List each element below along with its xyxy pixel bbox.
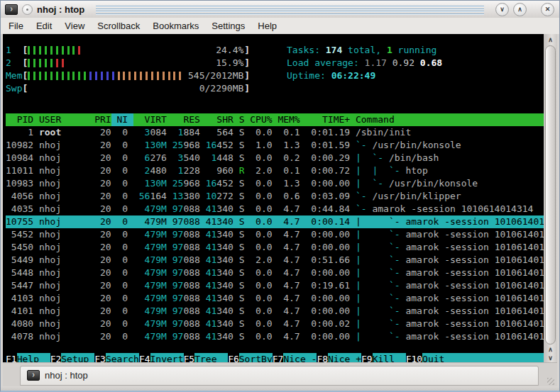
menu-scrollback[interactable]: Scrollback (91, 18, 146, 33)
fkey-action-nice-[interactable]: Nice - (283, 353, 317, 362)
tree-branch: `- (356, 203, 372, 214)
col-header-command[interactable]: Command (350, 113, 544, 126)
scroll-up-arrow-icon[interactable]: ∧ (544, 34, 557, 45)
state-cell: S (234, 203, 245, 215)
fkey-action-search[interactable]: Search (106, 353, 139, 362)
shr-cell: 564 (200, 126, 234, 139)
pid-cell: 10982 (6, 139, 33, 152)
pid-cell: 5449 (6, 254, 33, 267)
tree-branch: | `- (356, 318, 405, 329)
process-row[interactable]: 5450nhoj200479M9708841340S0.04.70:00.00|… (6, 241, 544, 254)
fkey-f7: F7 (273, 353, 284, 362)
process-row[interactable]: 4080nhoj200479M9708841340S0.04.70:00.02|… (6, 318, 544, 330)
pid-cell: 4103 (6, 292, 33, 305)
process-row[interactable]: 4103nhoj200479M9708841340S0.04.70:00.00|… (6, 292, 544, 305)
process-row[interactable]: 4101nhoj200479M9708841340S0.04.70:00.00|… (6, 305, 544, 318)
close-button[interactable]: ✕ (541, 3, 554, 16)
time-cell: 0:00.00 (300, 292, 350, 305)
mem-cell: 1.3 (273, 139, 300, 152)
state-cell: S (234, 228, 245, 241)
col-header-mem[interactable]: MEM% (273, 113, 300, 126)
col-header-ni-sort[interactable]: NI (111, 113, 133, 126)
ni-cell: 0 (111, 330, 133, 343)
shr-cell: 41340 (200, 279, 234, 292)
virt-cell: 479M (133, 305, 167, 318)
minimize-button[interactable]: ∨ (495, 3, 509, 16)
user-cell: nhoj (33, 203, 89, 215)
process-row[interactable]: 4078nhoj200479M9708841340S0.04.70:00.00|… (6, 330, 544, 343)
tree-branch: | `- (356, 152, 389, 163)
cpu-cell: 0.0 (244, 190, 272, 203)
command-text: /sbin/init (356, 127, 411, 138)
tree-branch: | `- (356, 242, 405, 252)
process-row[interactable]: 11011nhoj20024801228960R2.00.10:00.72| |… (6, 164, 544, 177)
col-header-time[interactable]: TIME+ (300, 113, 350, 126)
state-cell: S (234, 152, 245, 164)
cpu-cell: 2.0 (244, 254, 272, 267)
process-row[interactable]: 5452nhoj200479M9708841340S0.04.70:00.00|… (6, 228, 544, 241)
pid-cell: 5447 (6, 279, 33, 292)
col-header-shr[interactable]: SHR (200, 113, 234, 126)
fkey-action-nice-[interactable]: Nice + (328, 353, 361, 362)
col-header-state[interactable]: S (234, 113, 245, 126)
command-text: amarok -session 1010614014314 (405, 306, 544, 316)
col-header-user[interactable]: USER (33, 113, 89, 126)
fkey-action-invert[interactable]: Invert (150, 353, 184, 362)
process-row[interactable]: 10984nhoj200627635401448S0.00.20:00.29| … (6, 152, 544, 164)
scrollbar-thumb[interactable] (545, 45, 556, 345)
titlebar[interactable]: ❯ nhoj : htop ∨ ∧ ✕ (1, 1, 559, 18)
command-text: htop (405, 165, 427, 176)
process-row[interactable]: 1root20030841884564S0.00.10:01.19/sbin/i… (6, 126, 544, 139)
process-row[interactable]: 5448nhoj200479M9708841340S0.04.70:00.00|… (6, 267, 544, 279)
mem-cell: 1.3 (273, 177, 300, 190)
virt-cell: 479M (133, 254, 167, 267)
process-row[interactable]: 5449nhoj200479M9708841340S2.04.70:51.66|… (6, 254, 544, 267)
menu-settings[interactable]: Settings (205, 18, 251, 33)
col-header-res[interactable]: RES (167, 113, 200, 126)
menu-view[interactable]: View (58, 18, 91, 33)
pri-cell: 20 (89, 267, 111, 279)
window-menu-button[interactable] (22, 4, 33, 15)
pri-cell: 20 (89, 139, 111, 152)
res-cell: 1884 (167, 126, 200, 139)
menu-edit[interactable]: Edit (30, 18, 58, 33)
scrollbar[interactable]: ∧ ∧ ∨ (544, 34, 557, 362)
user-cell: nhoj (33, 254, 89, 267)
process-row-selected[interactable]: 10755nhoj200479M9708841340S0.04.70:00.14… (6, 215, 544, 228)
process-row[interactable]: 4035nhoj200479M9708841340S0.04.70:44.84`… (6, 203, 544, 215)
time-cell: 0:00.72 (300, 164, 350, 177)
load-average: Load average: 1.17 0.92 0.68 (287, 57, 442, 69)
process-row[interactable]: 4056nhoj200561641338010272S0.00.60:03.09… (6, 190, 544, 203)
fkey-action-setup[interactable]: Setup (61, 353, 94, 362)
fkey-action-tree[interactable]: Tree (194, 353, 228, 362)
tab-nhoj-htop[interactable]: ❯ nhoj : htop (20, 366, 539, 386)
shr-cell: 41340 (200, 318, 234, 330)
col-header-virt[interactable]: VIRT (133, 113, 167, 126)
process-row[interactable]: 10983nhoj200130M2596816452S0.01.30:00.00… (6, 177, 544, 190)
process-row[interactable]: 5447nhoj200479M9708841340S0.04.70:19.61|… (6, 279, 544, 292)
process-row[interactable]: 10982nhoj200130M2596816452S1.01.30:01.59… (6, 139, 544, 152)
resize-grip[interactable] (547, 378, 554, 385)
scroll-down-arrow-icon[interactable]: ∨ (544, 354, 557, 362)
fkey-action-kill[interactable]: Kill (373, 353, 406, 362)
col-header-pri[interactable]: PRI (89, 113, 111, 126)
terminal-app-icon[interactable]: ❯ (5, 4, 18, 15)
swap-meter-label: Swp (6, 82, 22, 95)
fkey-action-quit[interactable]: Quit (422, 353, 544, 362)
virt-cell: 6276 (133, 152, 167, 164)
menu-help[interactable]: Help (251, 18, 283, 33)
menu-bookmarks[interactable]: Bookmarks (146, 18, 205, 33)
scroll-up-arrow-bottom-icon[interactable]: ∧ (544, 345, 557, 354)
maximize-button[interactable]: ∧ (513, 3, 527, 16)
command-cell: `- amarok -session 1010614014314 (350, 203, 544, 215)
mem-cell: 4.7 (273, 267, 300, 279)
col-header-pid[interactable]: PID (6, 113, 33, 126)
col-header-cpu[interactable]: CPU% (244, 113, 272, 126)
fkey-action-sortby[interactable]: SortBy (239, 353, 273, 362)
user-cell: nhoj (33, 152, 89, 164)
menu-file[interactable]: File (2, 18, 30, 33)
tree-branch: | `- (356, 331, 405, 342)
ni-cell: 0 (111, 139, 133, 152)
fkey-action-help[interactable]: Help (17, 353, 50, 362)
command-cell: | `- amarok -session 1010614014314 (350, 228, 544, 241)
